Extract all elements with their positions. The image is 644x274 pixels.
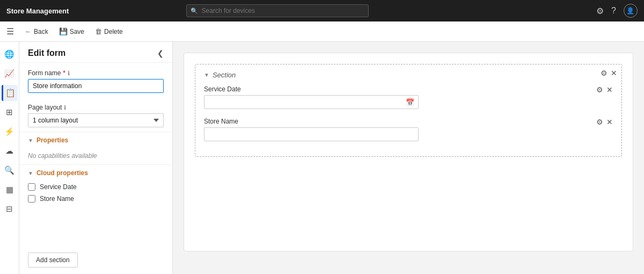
back-button[interactable]: ← Back <box>20 25 53 38</box>
store-name-checkbox-label[interactable]: Store Name <box>40 195 74 203</box>
no-capabilities-text: No capabilities available <box>28 152 97 160</box>
store-name-checkbox-item: Store Name <box>19 193 172 205</box>
save-icon: 💾 <box>59 27 68 35</box>
form-name-info-icon[interactable]: ℹ <box>68 70 70 77</box>
cloud-properties-chevron-icon: ▼ <box>28 170 33 176</box>
store-name-remove-icon[interactable]: ✕ <box>606 118 613 126</box>
service-date-input[interactable] <box>204 95 419 109</box>
calendar-icon[interactable]: 📅 <box>406 98 414 106</box>
store-name-field-row: Store Name ⚙ ✕ <box>204 118 613 141</box>
search-icon: 🔍 <box>191 8 198 15</box>
sidebar-item-form[interactable]: 📋 <box>2 85 18 101</box>
left-panel-header: Edit form ❮ <box>19 42 172 63</box>
store-name-field-actions: ⚙ ✕ <box>596 118 613 126</box>
section-box: ▼ Section ⚙ ✕ Service Date 📅 ⚙ <box>195 64 622 157</box>
form-name-input[interactable] <box>28 79 164 93</box>
delete-button[interactable]: 🗑 Delete <box>91 25 127 38</box>
delete-icon: 🗑 <box>95 27 102 35</box>
panel-title: Edit form <box>28 48 65 58</box>
section-box-actions: ⚙ ✕ <box>601 69 617 77</box>
cloud-properties-toggle[interactable]: ▼ Cloud properties <box>19 164 172 181</box>
service-date-checkbox-item: Service Date <box>19 181 172 193</box>
help-icon[interactable]: ? <box>611 6 616 16</box>
store-name-input-wrap <box>204 127 419 141</box>
properties-label: Properties <box>36 136 68 144</box>
service-date-settings-icon[interactable]: ⚙ <box>596 85 603 94</box>
page-layout-group: Page layout ℹ 1 column layout 2 column l… <box>19 97 172 132</box>
service-date-field-row: Service Date 📅 ⚙ ✕ <box>204 85 613 109</box>
page-layout-select[interactable]: 1 column layout 2 column layout 3 column… <box>28 113 164 127</box>
close-panel-button[interactable]: ❮ <box>157 49 164 57</box>
sidebar-icons: 🌐 📈 📋 ⊞ ⚡ ☁ 🔍 ▦ ⊟ <box>0 42 19 274</box>
form-name-label: Form name * ℹ <box>28 69 164 77</box>
hamburger-menu-icon[interactable]: ☰ <box>6 26 14 37</box>
main-layout: 🌐 📈 📋 ⊞ ⚡ ☁ 🔍 ▦ ⊟ Edit form ❮ Form name … <box>0 42 644 274</box>
settings-icon[interactable]: ⚙ <box>596 6 604 16</box>
section-close-icon[interactable]: ✕ <box>611 69 617 77</box>
sidebar-item-chart[interactable]: 📈 <box>2 66 18 82</box>
section-label: Section <box>213 71 236 79</box>
service-date-remove-icon[interactable]: ✕ <box>606 85 613 94</box>
required-indicator: * <box>63 69 65 77</box>
back-icon: ← <box>25 27 32 35</box>
properties-chevron-icon: ▼ <box>28 138 33 143</box>
sidebar-item-cloud[interactable]: ☁ <box>2 143 18 159</box>
service-date-checkbox[interactable] <box>28 183 35 191</box>
form-name-group: Form name * ℹ <box>19 63 172 97</box>
main-content: ▼ Section ⚙ ✕ Service Date 📅 ⚙ <box>173 42 644 274</box>
topbar-actions: ⚙ ? 👤 <box>596 4 638 18</box>
service-date-label: Service Date <box>204 85 581 93</box>
section-settings-icon[interactable]: ⚙ <box>601 69 608 77</box>
sidebar-item-grid[interactable]: ⊟ <box>2 201 18 217</box>
topbar: Store Management 🔍 ⚙ ? 👤 <box>0 0 644 21</box>
service-date-field-actions: ⚙ ✕ <box>596 85 613 94</box>
page-layout-label: Page layout ℹ <box>28 104 164 111</box>
properties-content: No capabilities available <box>19 148 172 164</box>
add-section-wrap: Add section <box>19 246 172 274</box>
store-name-input[interactable] <box>204 127 419 141</box>
cloud-properties-label: Cloud properties <box>36 169 88 177</box>
search-input[interactable] <box>186 4 369 17</box>
add-section-button[interactable]: Add section <box>28 253 78 268</box>
properties-toggle[interactable]: ▼ Properties <box>19 132 172 148</box>
avatar[interactable]: 👤 <box>624 4 638 18</box>
form-canvas: ▼ Section ⚙ ✕ Service Date 📅 ⚙ <box>184 53 633 251</box>
service-date-checkbox-label[interactable]: Service Date <box>40 183 77 191</box>
page-layout-info-icon[interactable]: ℹ <box>64 104 66 111</box>
section-header: ▼ Section <box>204 71 613 79</box>
store-name-checkbox[interactable] <box>28 195 35 203</box>
app-title: Store Management <box>6 7 69 15</box>
store-name-settings-icon[interactable]: ⚙ <box>596 118 603 126</box>
store-name-label: Store Name <box>204 118 581 125</box>
left-panel: Edit form ❮ Form name * ℹ Page layout ℹ … <box>19 42 173 274</box>
sidebar-item-globe[interactable]: 🌐 <box>2 46 18 62</box>
sidebar-item-flow[interactable]: ⚡ <box>2 124 18 140</box>
actionbar: ☰ ← Back 💾 Save 🗑 Delete <box>0 21 644 42</box>
section-chevron-icon[interactable]: ▼ <box>204 72 209 78</box>
sidebar-item-layout[interactable]: ▦ <box>2 182 18 198</box>
search-container: 🔍 <box>186 4 369 17</box>
sidebar-item-table[interactable]: ⊞ <box>2 104 18 120</box>
save-button[interactable]: 💾 Save <box>55 25 89 38</box>
service-date-input-wrap: 📅 <box>204 95 419 109</box>
sidebar-item-search[interactable]: 🔍 <box>2 162 18 178</box>
